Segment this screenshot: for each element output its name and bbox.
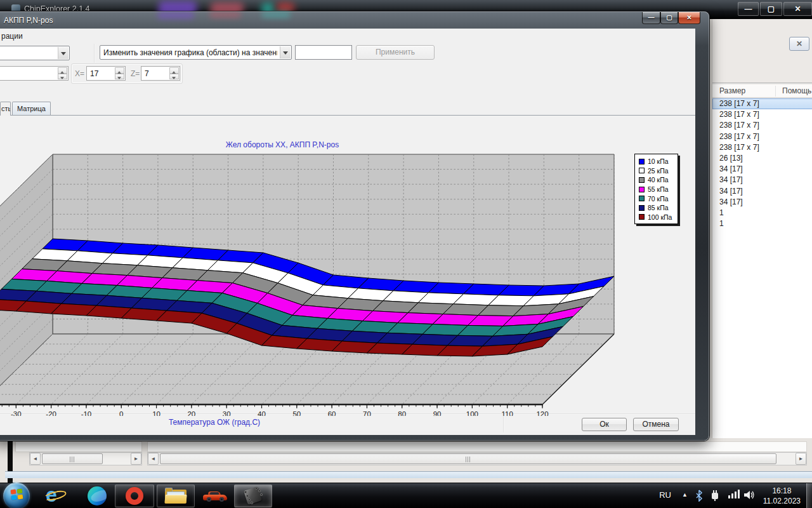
legend-swatch <box>639 187 645 192</box>
explorer-taskbar-button[interactable] <box>157 485 195 507</box>
left-pane-hscrollbar[interactable]: ◄ ► <box>29 452 142 465</box>
speaker-icon[interactable] <box>743 490 756 500</box>
value-spinner[interactable] <box>0 66 69 81</box>
legend-label: 25 кПа <box>648 167 669 175</box>
power-plug-icon[interactable] <box>709 490 721 501</box>
spin-up-icon[interactable] <box>115 67 124 74</box>
tab-matrix[interactable]: Матрица <box>12 102 51 115</box>
legend-label: 70 кПа <box>648 195 669 203</box>
scroll-left-icon[interactable]: ◄ <box>148 453 159 465</box>
clock[interactable]: 16:18 11.02.2023 <box>763 486 801 506</box>
main-maximize-button[interactable]: ▢ <box>760 2 782 16</box>
main-close-button[interactable]: ✕ <box>783 2 812 16</box>
column-size[interactable]: Размер <box>719 86 745 95</box>
opera-icon <box>126 487 143 505</box>
x-tick-label: 30 <box>223 410 231 416</box>
scroll-right-icon[interactable]: ► <box>131 453 141 465</box>
x-tick-label: 120 <box>536 410 548 416</box>
legend-swatch <box>639 159 645 164</box>
spin-up-icon[interactable] <box>58 67 67 74</box>
panel-close-icon[interactable]: ✕ <box>789 37 809 51</box>
table-row[interactable]: 26 [13] <box>712 153 812 164</box>
scroll-left-icon[interactable]: ◄ <box>30 453 41 465</box>
z-spinner[interactable]: 7 <box>141 66 180 81</box>
left-combo[interactable] <box>0 46 70 60</box>
show-desktop-button[interactable] <box>806 483 812 508</box>
blurred-toolbar-blob <box>261 11 291 18</box>
cancel-button[interactable]: Отмена <box>633 418 679 431</box>
table-row[interactable]: 1 <box>712 218 812 229</box>
x-tick-label: 20 <box>187 410 195 416</box>
edge-icon[interactable] <box>88 486 107 508</box>
x-tick-label: 50 <box>292 410 301 416</box>
hidden-icons-chevron-icon[interactable]: ▲ <box>682 491 688 498</box>
table-row[interactable]: 1 <box>712 208 812 218</box>
internet-explorer-icon[interactable]: e <box>46 483 67 508</box>
table-row[interactable]: 34 [17] <box>712 197 812 208</box>
dialog-maximize-button[interactable]: ▢ <box>660 12 678 24</box>
spin-down-icon[interactable] <box>115 74 124 80</box>
main-minimize-button[interactable]: — <box>738 2 759 16</box>
tray-time: 16:18 <box>763 486 801 496</box>
scrollbar-thumb[interactable] <box>42 453 103 464</box>
spin-down-icon[interactable] <box>169 74 179 80</box>
pane-edge <box>15 441 142 452</box>
car-app-icon[interactable] <box>203 490 227 508</box>
apply-button[interactable]: Применить <box>356 45 435 60</box>
column-help[interactable]: Помощь <box>782 86 811 95</box>
dialog-client-area: рации Изменить значения графика (области… <box>0 29 695 435</box>
table-row[interactable]: 34 [17] <box>712 164 812 175</box>
table-row[interactable]: 238 [17 x 7] <box>712 109 812 120</box>
list-header[interactable]: Размер Помощь <box>712 84 812 98</box>
x-tick-label: 0 <box>119 410 123 416</box>
legend-entry: 100 кПа <box>639 213 678 222</box>
table-row[interactable]: 238 [17 x 7] <box>712 142 812 153</box>
x-spinner[interactable]: 17 <box>86 66 126 81</box>
spin-up-icon[interactable] <box>169 67 179 74</box>
ok-button[interactable]: Ок <box>582 418 627 431</box>
chipexplorer-taskbar-button[interactable] <box>234 485 272 507</box>
chevron-down-icon[interactable] <box>58 47 69 59</box>
x-value: 17 <box>90 69 98 78</box>
taskbar: e RU ▲ <box>0 483 812 508</box>
start-button[interactable] <box>3 483 30 508</box>
system-tray: RU ▲ 16:18 11.02.2023 <box>622 483 812 508</box>
right-pane-hscrollbar[interactable]: ◄ ► <box>147 452 807 465</box>
legend-label: 10 кПа <box>648 157 669 165</box>
column-divider[interactable] <box>775 86 776 97</box>
blurred-toolbar-blob <box>209 11 241 18</box>
chevron-down-icon[interactable] <box>280 46 291 58</box>
bluetooth-icon[interactable] <box>695 490 703 502</box>
language-indicator[interactable]: RU <box>659 490 671 500</box>
legend-swatch <box>639 196 645 201</box>
dialog-window: АКПП P,N-pos — ▢ ✕ рации Изменить значен… <box>0 11 709 441</box>
dialog-close-button[interactable]: ✕ <box>678 12 700 24</box>
spin-down-icon[interactable] <box>58 74 67 80</box>
signal-bars-icon[interactable] <box>728 490 740 498</box>
footer-divider <box>503 416 504 432</box>
table-row[interactable]: 238 [17 x 7] <box>712 98 812 109</box>
legend-label: 100 кПа <box>648 213 672 221</box>
scrollbar-thumb[interactable] <box>160 453 776 464</box>
toolbar-divider <box>94 44 95 63</box>
action-combo[interactable]: Изменить значения графика (области) на з… <box>100 45 292 60</box>
blurred-toolbar-blob <box>157 11 194 19</box>
x-tick-label: -30 <box>11 410 22 416</box>
scroll-right-icon[interactable]: ► <box>796 453 806 465</box>
legend-entry: 10 кПа <box>639 157 678 166</box>
table-row[interactable]: 34 [17] <box>712 186 812 197</box>
action-combo-value: Изменить значения графика (области) на з… <box>103 48 277 57</box>
legend-entry: 55 кПа <box>639 185 678 194</box>
opera-taskbar-button[interactable] <box>115 485 154 507</box>
dialog-minimize-button[interactable]: — <box>642 12 660 24</box>
table-row[interactable]: 238 [17 x 7] <box>712 131 812 142</box>
x-tick-label: 110 <box>502 410 513 416</box>
size-list: 238 [17 x 7]238 [17 x 7]238 [17 x 7]238 … <box>712 98 812 443</box>
surface-chart[interactable]: -30-20-100102030405060708090100110120 <box>0 127 695 416</box>
x-tick-label: 70 <box>363 410 371 416</box>
table-row[interactable]: 34 [17] <box>712 175 812 185</box>
value-input[interactable] <box>295 45 352 60</box>
status-strip <box>5 471 812 478</box>
tab-surface[interactable]: сть <box>0 102 11 116</box>
table-row[interactable]: 238 [17 x 7] <box>712 120 812 131</box>
